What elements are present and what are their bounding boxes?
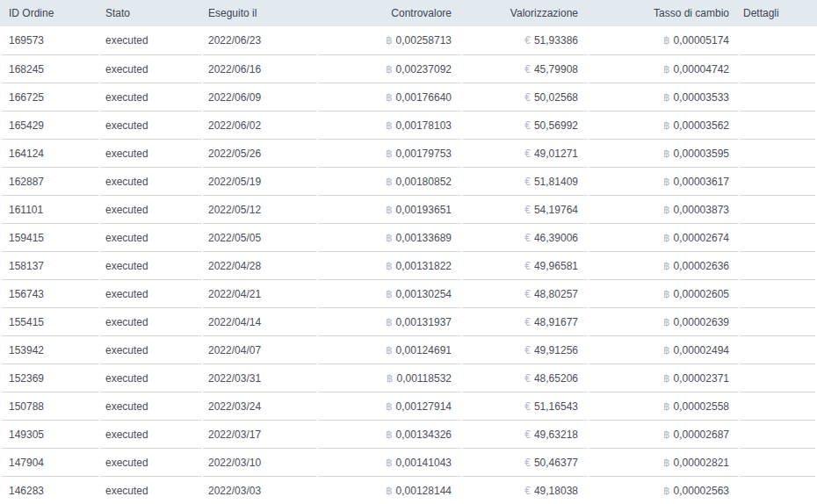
cell-status: executed bbox=[100, 476, 201, 504]
cell-valuation: €48,65206 bbox=[462, 364, 587, 392]
exchange-rate-amount: 0,00002636 bbox=[674, 260, 729, 272]
countervalue-amount: 0,00141043 bbox=[396, 457, 452, 469]
valuation-amount: 45,79908 bbox=[534, 63, 578, 76]
cell-details bbox=[740, 364, 815, 392]
table-row: 161101 executed 2022/05/12 ฿0,00193651 €… bbox=[2, 195, 815, 223]
cell-details bbox=[740, 279, 815, 307]
cell-details bbox=[740, 392, 815, 420]
eur-symbol: € bbox=[524, 91, 531, 104]
countervalue-amount: 0,00180852 bbox=[396, 176, 452, 188]
cell-order-id: 164124 bbox=[2, 139, 98, 167]
valuation-amount: 49,96581 bbox=[534, 260, 578, 272]
table-row: 168245 executed 2022/06/16 ฿0,00237092 €… bbox=[2, 54, 815, 83]
btc-symbol: ฿ bbox=[386, 176, 393, 188]
cell-status: executed bbox=[100, 54, 201, 83]
eur-symbol: € bbox=[524, 204, 531, 216]
exchange-rate-amount: 0,00002687 bbox=[674, 428, 729, 441]
cell-status: executed bbox=[100, 307, 201, 335]
cell-status: executed bbox=[100, 195, 201, 223]
btc-symbol: ฿ bbox=[386, 232, 393, 244]
table-row: 156743 executed 2022/04/21 ฿0,00130254 €… bbox=[2, 279, 815, 307]
cell-order-id: 158137 bbox=[2, 251, 98, 279]
valuation-amount: 50,56992 bbox=[534, 119, 578, 132]
cell-exchange-rate: ฿0,00003617 bbox=[589, 167, 738, 195]
cell-status: executed bbox=[100, 420, 201, 448]
cell-valuation: €49,63218 bbox=[462, 420, 587, 448]
btc-symbol: ฿ bbox=[663, 34, 670, 47]
countervalue-amount: 0,00193651 bbox=[396, 204, 452, 216]
cell-countervalue: ฿0,00237092 bbox=[318, 54, 460, 83]
table-row: 162887 executed 2022/05/19 ฿0,00180852 €… bbox=[2, 167, 815, 195]
valuation-amount: 51,81409 bbox=[534, 176, 578, 188]
valuation-amount: 46,39006 bbox=[534, 232, 578, 244]
cell-executed-date: 2022/03/03 bbox=[203, 476, 316, 504]
btc-symbol: ฿ bbox=[386, 119, 393, 132]
cell-status: executed bbox=[100, 335, 201, 364]
cell-order-id: 168245 bbox=[2, 54, 98, 83]
cell-details bbox=[740, 420, 815, 448]
valuation-amount: 48,91677 bbox=[534, 316, 578, 328]
cell-status: executed bbox=[100, 251, 201, 279]
cell-details bbox=[740, 335, 815, 364]
cell-order-id: 146283 bbox=[2, 476, 98, 504]
cell-executed-date: 2022/04/07 bbox=[203, 335, 316, 364]
cell-countervalue: ฿0,00176640 bbox=[318, 83, 460, 111]
cell-order-id: 161101 bbox=[2, 195, 98, 223]
exchange-rate-amount: 0,00003533 bbox=[674, 91, 729, 104]
btc-symbol: ฿ bbox=[663, 400, 670, 413]
cell-order-id: 155415 bbox=[2, 307, 98, 335]
valuation-amount: 48,80257 bbox=[534, 288, 578, 300]
btc-symbol: ฿ bbox=[386, 457, 393, 469]
valuation-amount: 49,18038 bbox=[534, 485, 578, 497]
cell-status: executed bbox=[100, 392, 201, 420]
exchange-rate-amount: 0,00003562 bbox=[674, 119, 729, 132]
btc-symbol: ฿ bbox=[386, 148, 393, 160]
btc-symbol: ฿ bbox=[663, 204, 670, 216]
cell-order-id: 147904 bbox=[2, 448, 98, 476]
eur-symbol: € bbox=[524, 176, 531, 188]
cell-exchange-rate: ฿0,00002371 bbox=[589, 364, 738, 392]
cell-order-id: 152369 bbox=[2, 364, 98, 392]
eur-symbol: € bbox=[524, 288, 531, 300]
btc-symbol: ฿ bbox=[386, 400, 393, 413]
btc-symbol: ฿ bbox=[663, 91, 670, 104]
eur-symbol: € bbox=[524, 34, 531, 47]
cell-valuation: €50,02568 bbox=[462, 83, 587, 111]
cell-countervalue: ฿0,00179753 bbox=[318, 139, 460, 167]
valuation-amount: 51,93386 bbox=[534, 34, 578, 47]
table-row: 149305 executed 2022/03/17 ฿0,00134326 €… bbox=[2, 420, 815, 448]
btc-symbol: ฿ bbox=[663, 485, 670, 497]
countervalue-amount: 0,00128144 bbox=[396, 485, 452, 497]
cell-details bbox=[740, 251, 815, 279]
exchange-rate-amount: 0,00002639 bbox=[674, 316, 729, 328]
btc-symbol: ฿ bbox=[386, 91, 393, 104]
cell-exchange-rate: ฿0,00003595 bbox=[589, 139, 738, 167]
exchange-rate-amount: 0,00002563 bbox=[674, 485, 729, 497]
cell-valuation: €50,46377 bbox=[462, 448, 587, 476]
table-row: 164124 executed 2022/05/26 ฿0,00179753 €… bbox=[2, 139, 815, 167]
cell-valuation: €48,91677 bbox=[462, 307, 587, 335]
cell-countervalue: ฿0,00134326 bbox=[318, 420, 460, 448]
btc-symbol: ฿ bbox=[386, 260, 393, 272]
cell-countervalue: ฿0,00118532 bbox=[318, 364, 460, 392]
countervalue-amount: 0,00131822 bbox=[396, 260, 452, 272]
cell-exchange-rate: ฿0,00002494 bbox=[589, 335, 738, 364]
cell-executed-date: 2022/03/10 bbox=[203, 448, 316, 476]
cell-exchange-rate: ฿0,00002563 bbox=[589, 476, 738, 504]
btc-symbol: ฿ bbox=[663, 63, 670, 76]
cell-valuation: €46,39006 bbox=[462, 223, 587, 251]
cell-countervalue: ฿0,00127914 bbox=[318, 392, 460, 420]
cell-status: executed bbox=[100, 111, 201, 139]
cell-exchange-rate: ฿0,00002674 bbox=[589, 223, 738, 251]
cell-executed-date: 2022/06/16 bbox=[203, 54, 316, 83]
cell-status: executed bbox=[100, 26, 201, 54]
countervalue-amount: 0,00131937 bbox=[396, 316, 452, 328]
eur-symbol: € bbox=[524, 457, 531, 469]
cell-exchange-rate: ฿0,00004742 bbox=[589, 54, 738, 83]
cell-valuation: €49,91256 bbox=[462, 335, 587, 364]
valuation-amount: 50,46377 bbox=[534, 457, 578, 469]
countervalue-amount: 0,00130254 bbox=[396, 288, 452, 300]
exchange-rate-amount: 0,00002558 bbox=[674, 400, 729, 413]
cell-executed-date: 2022/05/26 bbox=[203, 139, 316, 167]
table-row: 147904 executed 2022/03/10 ฿0,00141043 €… bbox=[2, 448, 815, 476]
